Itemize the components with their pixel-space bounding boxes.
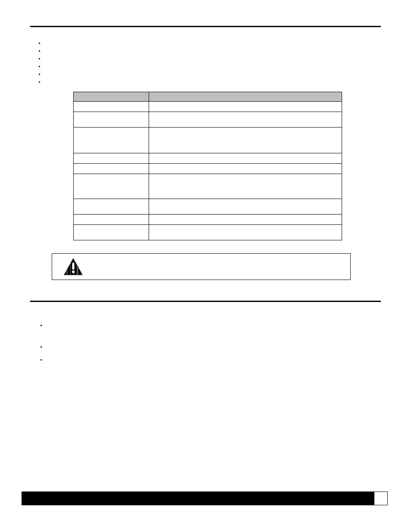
table-header-row xyxy=(74,92,342,102)
list-item xyxy=(40,342,381,351)
table-row xyxy=(74,102,342,112)
table-row xyxy=(74,199,342,215)
table-row xyxy=(74,164,342,174)
svg-point-1 xyxy=(72,271,75,273)
page-footer xyxy=(22,492,388,505)
table-cell-label xyxy=(74,153,149,164)
list-item xyxy=(39,55,381,62)
table-cell-label xyxy=(74,164,149,174)
section-1 xyxy=(30,26,381,280)
table-cell-label xyxy=(74,215,149,225)
table-row xyxy=(74,153,342,164)
table-cell-desc xyxy=(149,199,342,215)
table-row xyxy=(74,215,342,225)
list-item xyxy=(39,62,381,70)
section-2 xyxy=(30,301,381,364)
section-divider xyxy=(30,26,381,27)
list-item xyxy=(39,47,381,55)
list-item xyxy=(40,321,381,338)
table-cell-label xyxy=(74,128,149,153)
section-divider xyxy=(30,301,381,302)
list-item xyxy=(40,355,381,364)
table-cell-label xyxy=(74,112,149,128)
table-cell-desc xyxy=(149,215,342,225)
table-cell-label xyxy=(74,174,149,199)
spec-table-wrap xyxy=(73,92,342,240)
table-cell-desc xyxy=(149,112,342,128)
section2-list xyxy=(40,321,381,364)
table-row xyxy=(74,128,342,153)
table-cell-label xyxy=(74,102,149,112)
spec-table xyxy=(73,92,342,240)
feature-list xyxy=(39,39,381,86)
table-header-label xyxy=(74,92,149,102)
table-cell-label xyxy=(74,199,149,215)
table-cell-label xyxy=(74,225,149,240)
list-item xyxy=(39,70,381,78)
table-row xyxy=(74,174,342,199)
warning-callout xyxy=(52,253,351,280)
footer-background xyxy=(22,492,373,505)
warning-icon xyxy=(63,258,83,276)
table-cell-desc xyxy=(149,174,342,199)
table-row xyxy=(74,112,342,128)
list-item xyxy=(39,78,381,86)
page-number-box xyxy=(374,492,388,505)
table-cell-desc xyxy=(149,225,342,240)
list-item xyxy=(39,39,381,47)
table-cell-desc xyxy=(149,153,342,164)
table-cell-desc xyxy=(149,164,342,174)
table-row xyxy=(74,225,342,240)
svg-rect-0 xyxy=(72,263,75,270)
table-header-desc xyxy=(149,92,342,102)
table-cell-desc xyxy=(149,128,342,153)
table-cell-desc xyxy=(149,102,342,112)
